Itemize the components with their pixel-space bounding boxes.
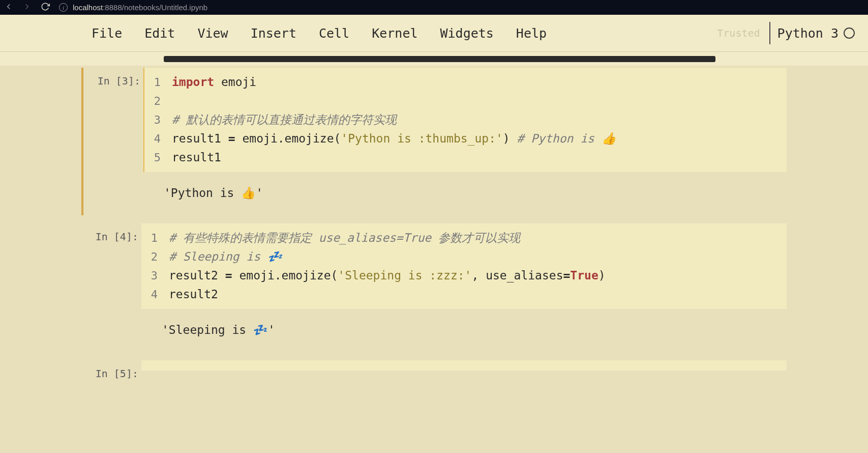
menu-kernel[interactable]: Kernel [371,24,418,43]
cell-prompt: In [5]: [81,360,141,380]
forward-icon[interactable] [22,2,32,13]
back-icon[interactable] [4,2,13,13]
reload-icon[interactable] [41,2,50,13]
menu-file[interactable]: File [91,24,123,43]
code-line-content[interactable]: result2 [169,285,781,304]
menu-widgets[interactable]: Widgets [439,24,495,43]
line-number: 1 [141,229,169,247]
notebook-container: In [3]: 1import emoji 2 3# 默认的表情可以直接通过表情… [0,66,868,380]
code-line-content[interactable]: # Sleeping is 💤 [169,247,781,266]
line-number: 5 [144,148,172,167]
cell-output: 'Sleeping is 💤' [141,309,787,352]
toolbar [0,52,868,66]
kernel-indicator-icon[interactable] [844,27,855,39]
url-text: localhost:8888/notebooks/Untitled.ipynb [73,3,207,12]
line-number: 2 [141,247,169,266]
browser-nav-controls [4,2,50,13]
line-number: 3 [144,110,172,129]
line-number: 2 [144,92,172,110]
toolbar-dark-strip[interactable] [164,56,715,62]
code-line-content[interactable]: import emoji [172,73,781,92]
menu-insert[interactable]: Insert [250,24,297,43]
code-cell[interactable]: In [3]: 1import emoji 2 3# 默认的表情可以直接通过表情… [81,68,787,215]
browser-chrome-bar: i localhost:8888/notebooks/Untitled.ipyn… [0,0,868,15]
menubar: File Edit View Insert Cell Kernel Widget… [0,15,868,52]
code-input[interactable] [141,360,787,371]
code-line-content[interactable]: # 有些特殊的表情需要指定 use_aliases=True 参数才可以实现 [169,229,781,247]
url-bar[interactable]: i localhost:8888/notebooks/Untitled.ipyn… [59,3,207,12]
cell-prompt: In [4]: [81,223,141,352]
menu-view[interactable]: View [196,24,229,43]
code-line-content[interactable] [172,92,781,110]
code-line-content[interactable]: result2 = emoji.emojize('Sleeping is :zz… [169,266,781,285]
code-cell[interactable]: In [4]: 1# 有些特殊的表情需要指定 use_aliases=True … [81,223,787,352]
menu-help[interactable]: Help [515,24,548,43]
line-number: 4 [141,285,169,304]
trusted-indicator: Trusted [717,27,760,39]
line-number: 4 [144,129,172,148]
code-input[interactable]: 1# 有些特殊的表情需要指定 use_aliases=True 参数才可以实现 … [141,223,787,309]
code-cell[interactable]: In [5]: [81,360,787,380]
code-input[interactable]: 1import emoji 2 3# 默认的表情可以直接通过表情的字符实现 4r… [143,68,787,172]
kernel-name[interactable]: Python 3 [777,26,839,41]
code-line-content[interactable]: result1 = emoji.emojize('Python is :thum… [172,129,781,148]
line-number: 1 [144,73,172,92]
menu-edit[interactable]: Edit [143,24,176,43]
kernel-separator [769,22,770,44]
site-info-icon[interactable]: i [59,3,68,12]
code-line-content[interactable]: result1 [172,148,781,167]
cell-prompt: In [3]: [83,68,143,215]
cell-output: 'Python is 👍' [143,172,787,215]
menu-cell[interactable]: Cell [318,24,350,43]
line-number: 3 [141,266,169,285]
code-line-content[interactable]: # 默认的表情可以直接通过表情的字符实现 [172,110,781,129]
